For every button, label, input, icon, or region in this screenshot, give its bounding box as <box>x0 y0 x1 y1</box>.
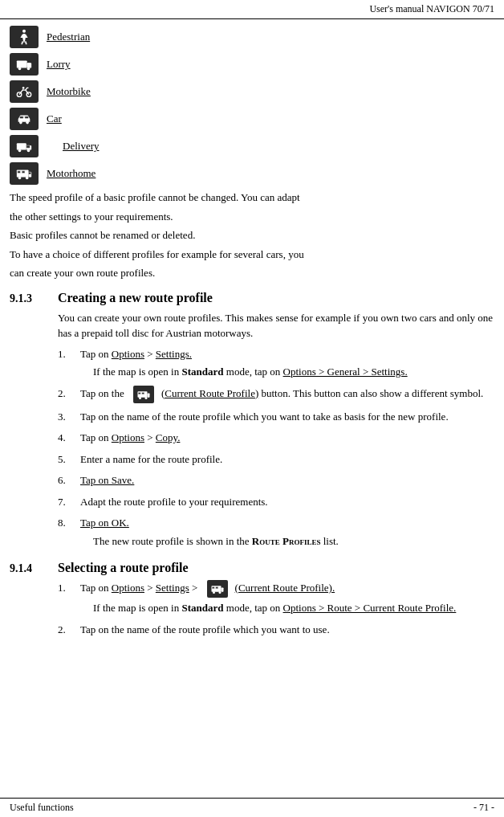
motorbike-icon <box>10 80 39 103</box>
svg-rect-1 <box>17 60 27 67</box>
svg-point-17 <box>27 149 30 153</box>
svg-rect-5 <box>27 63 30 66</box>
profile-row-pedestrian: Pedestrian <box>10 26 494 48</box>
page-header: User's manual NAVIGON 70/71 <box>0 0 504 19</box>
step-913-3: 3. Tap on the name of the route profile … <box>58 409 494 427</box>
svg-rect-20 <box>18 171 21 174</box>
lorry-label: Lorry <box>47 58 71 71</box>
step-913-8: 8. Tap on OK. The new route profile is s… <box>58 515 494 551</box>
section-913-body: You can create your own route profiles. … <box>10 310 494 552</box>
section-914-num: 9.1.4 <box>10 562 58 575</box>
desc-line5: can create your own route profiles. <box>10 265 494 281</box>
motorhome-icon <box>10 162 39 185</box>
svg-rect-26 <box>148 393 150 397</box>
svg-point-36 <box>219 591 222 594</box>
current-route-profile-inline-icon-1 <box>133 386 154 403</box>
svg-rect-10 <box>25 116 29 119</box>
desc-line1: The speed profile of a basic profile can… <box>10 190 494 206</box>
pedestrian-icon <box>10 26 39 48</box>
profile-row-motorbike: Motorbike <box>10 80 494 103</box>
step-913-7: 7. Adapt the route profile to your requi… <box>58 494 494 513</box>
section-913-steps: 1. Tap on Options > Settings. If the map… <box>58 346 494 552</box>
footer-right: - 71 - <box>474 802 494 814</box>
section-914-body: 1. Tap on Options > Settings > <box>10 580 494 639</box>
svg-point-3 <box>18 67 22 71</box>
svg-point-16 <box>18 149 22 153</box>
profile-row-car: Car <box>10 108 494 130</box>
svg-rect-27 <box>139 392 141 394</box>
step-913-2: 2. Tap on the <box>58 386 494 406</box>
section-914-steps: 1. Tap on Options > Settings > <box>58 580 494 639</box>
description-block: The speed profile of a basic profile can… <box>10 190 494 281</box>
svg-point-8 <box>22 87 25 89</box>
header-text: User's manual NAVIGON 70/71 <box>369 3 494 14</box>
profile-row-motorhome: Motorhome <box>10 162 494 185</box>
svg-point-0 <box>22 30 26 33</box>
car-icon <box>10 108 39 130</box>
step-913-4: 4. Tap on Options > Copy. <box>58 430 494 448</box>
motorbike-label: Motorbike <box>47 85 91 98</box>
page-content: Pedestrian Lorry Motorbik <box>0 19 504 675</box>
lorry-icon <box>10 53 39 76</box>
svg-rect-28 <box>142 392 144 394</box>
svg-rect-34 <box>216 586 218 588</box>
delivery-icon <box>10 135 39 157</box>
step-914-1: 1. Tap on Options > Settings > <box>58 580 494 619</box>
step-914-2: 2. Tap on the name of the route profile … <box>58 622 494 640</box>
svg-rect-21 <box>22 171 25 174</box>
step-913-6: 6. Tap on Save. <box>58 472 494 491</box>
footer-left: Useful functions <box>10 802 74 814</box>
svg-rect-13 <box>17 143 26 149</box>
page-footer: Useful functions - 71 - <box>0 798 504 817</box>
current-route-profile-inline-icon-2 <box>207 580 228 598</box>
step-913-1: 1. Tap on Options > Settings. If the map… <box>58 346 494 382</box>
motorhome-label: Motorhome <box>47 167 96 180</box>
svg-point-30 <box>145 397 148 399</box>
section-913-heading: 9.1.3 Creating a new route profile <box>10 291 494 305</box>
desc-line2: the other settings to your requirements. <box>10 209 494 225</box>
svg-rect-9 <box>20 116 24 119</box>
svg-rect-22 <box>29 172 31 174</box>
svg-rect-15 <box>26 145 30 148</box>
svg-rect-32 <box>222 588 224 592</box>
section-913-intro: You can create your own route profiles. … <box>58 310 494 341</box>
section-913-title: Creating a new route profile <box>58 291 213 305</box>
svg-point-24 <box>26 177 29 180</box>
svg-point-35 <box>213 591 215 594</box>
profile-row-delivery: Delivery <box>10 135 494 157</box>
section-914-heading: 9.1.4 Selecting a route profile <box>10 561 494 575</box>
delivery-label: Delivery <box>47 140 99 153</box>
svg-rect-33 <box>212 586 214 588</box>
svg-point-11 <box>19 121 22 125</box>
section-914-title: Selecting a route profile <box>58 561 189 575</box>
profile-row-lorry: Lorry <box>10 53 494 76</box>
step-913-5: 5. Enter a name for the route profile. <box>58 451 494 470</box>
svg-point-4 <box>27 67 30 71</box>
svg-point-12 <box>26 121 29 125</box>
svg-point-29 <box>139 397 141 399</box>
section-913-num: 9.1.3 <box>10 292 58 305</box>
car-label: Car <box>47 112 62 125</box>
desc-line3: Basic profiles cannot be renamed or dele… <box>10 227 494 243</box>
pedestrian-label: Pedestrian <box>47 31 90 43</box>
desc-line4: To have a choice of different profiles f… <box>10 247 494 263</box>
svg-point-23 <box>18 177 22 180</box>
